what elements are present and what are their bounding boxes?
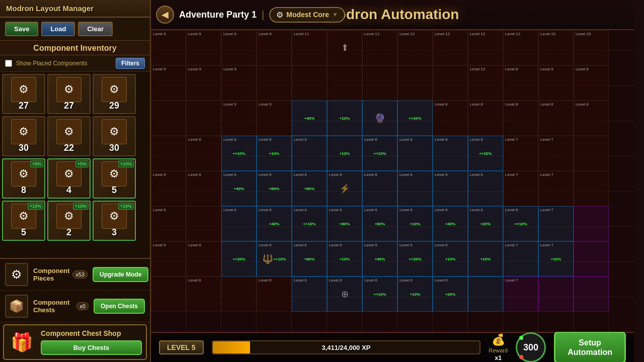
- grid-cell-2-9[interactable]: Level 8: [468, 101, 503, 136]
- inv-slot-10[interactable]: ⚙ +10% 2: [47, 201, 91, 241]
- grid-cell-7-5[interactable]: Level 6⊕: [327, 277, 362, 312]
- show-placed-checkbox[interactable]: [5, 60, 12, 67]
- grid-cell-1-6[interactable]: [362, 65, 397, 101]
- grid-cell-7-1[interactable]: Level 6: [186, 277, 221, 312]
- grid-cell-7-7[interactable]: Level 6+10%: [397, 277, 433, 312]
- grid-cell-5-11[interactable]: Level 7: [538, 206, 574, 241]
- inv-slot-0[interactable]: ⚙ 27: [2, 74, 45, 114]
- grid-cell-3-8[interactable]: Level 6: [433, 136, 468, 171]
- grid-cell-0-6[interactable]: Level 11: [362, 30, 397, 65]
- grid-cell-6-0[interactable]: Level 6: [151, 241, 186, 277]
- grid-cell-1-7[interactable]: [397, 65, 433, 101]
- grid-cell-0-3[interactable]: Level 9: [257, 30, 292, 65]
- grid-cell-3-9[interactable]: Level 6«+20%: [468, 136, 503, 171]
- grid-cell-5-8[interactable]: Level 6+40%: [433, 206, 468, 241]
- grid-cell-6-10[interactable]: Level 7: [503, 241, 538, 277]
- grid-cell-0-1[interactable]: Level 9: [186, 30, 221, 65]
- grid-cell-4-11[interactable]: Level 7: [538, 171, 574, 206]
- clear-button[interactable]: Clear: [78, 22, 113, 36]
- grid-cell-4-7[interactable]: Level 6: [397, 171, 433, 206]
- grid-cell-2-4[interactable]: +40%: [292, 101, 327, 136]
- grid-cell-7-3[interactable]: Level 6: [257, 277, 292, 312]
- upgrade-mode-button[interactable]: Upgrade Mode: [93, 267, 148, 282]
- grid-cell-7-9[interactable]: [468, 277, 503, 312]
- grid-cell-1-11[interactable]: Level 8: [538, 65, 574, 101]
- grid-cell-7-8[interactable]: Level 6+20%: [433, 277, 468, 312]
- grid-cell-6-3[interactable]: Level 6🔱«+10%: [257, 241, 292, 277]
- grid-cell-4-4[interactable]: Level 6+80%: [292, 171, 327, 206]
- grid-cell-2-2[interactable]: Level 9: [221, 101, 257, 136]
- grid-cell-1-5[interactable]: [327, 65, 362, 101]
- inv-slot-9[interactable]: ⚙ +10% 5: [2, 201, 45, 241]
- grid-cell-5-12[interactable]: [574, 206, 609, 241]
- grid-cell-0-12[interactable]: Level 15: [574, 30, 609, 65]
- grid-cell-5-10[interactable]: Level 6«+10%: [503, 206, 538, 241]
- grid-cell-6-8[interactable]: Level 6+10%: [433, 241, 468, 277]
- inv-slot-11[interactable]: ⚙ +10% 3: [93, 201, 136, 241]
- grid-cell-3-7[interactable]: Level 6: [397, 136, 433, 171]
- filters-button[interactable]: Filters: [116, 58, 145, 69]
- load-button[interactable]: Load: [41, 22, 75, 36]
- grid-cell-2-10[interactable]: Level 8: [503, 101, 538, 136]
- grid-cell-0-2[interactable]: Level 9: [221, 30, 257, 65]
- grid-cell-1-0[interactable]: Level 9: [151, 65, 186, 101]
- grid-cell-3-0[interactable]: [151, 136, 186, 171]
- grid-cell-7-0[interactable]: [151, 277, 186, 312]
- grid-cell-1-9[interactable]: Level 12: [468, 65, 503, 101]
- grid-cell-4-3[interactable]: Level 6+80%: [257, 171, 292, 206]
- grid-cell-3-6[interactable]: Level 6«+10%: [362, 136, 397, 171]
- grid-cell-2-11[interactable]: Level 8: [538, 101, 574, 136]
- grid-cell-7-11[interactable]: [538, 277, 574, 312]
- inv-slot-5[interactable]: ⚙ 30: [93, 116, 136, 156]
- grid-cell-1-3[interactable]: [257, 65, 292, 101]
- grid-cell-2-7[interactable]: «+20%: [397, 101, 433, 136]
- grid-cell-0-9[interactable]: Level 12: [468, 30, 503, 65]
- grid-cell-3-10[interactable]: Level 7: [503, 136, 538, 171]
- grid-cell-0-11[interactable]: Level 15: [538, 30, 574, 65]
- grid-cell-7-4[interactable]: Level 6: [292, 277, 327, 312]
- grid-cell-5-9[interactable]: Level 6+20%: [468, 206, 503, 241]
- grid-cell-1-1[interactable]: Level 9: [186, 65, 221, 101]
- grid-cell-0-5[interactable]: ⬆: [327, 30, 362, 65]
- grid-cell-6-4[interactable]: Level 6+80%: [292, 241, 327, 277]
- inv-slot-3[interactable]: ⚙ 30: [2, 116, 45, 156]
- grid-cell-2-3[interactable]: Level 9: [257, 101, 292, 136]
- grid-cell-0-0[interactable]: Level 9: [151, 30, 186, 65]
- grid-cell-0-4[interactable]: Level 11: [292, 30, 327, 65]
- grid-cell-4-0[interactable]: Level 6: [151, 171, 186, 206]
- inv-slot-8[interactable]: ⚙ +10% 5: [93, 158, 136, 199]
- grid-cell-7-12[interactable]: [574, 277, 609, 312]
- grid-cell-2-5[interactable]: +10%: [327, 101, 362, 136]
- grid-cell-1-10[interactable]: Level 8: [503, 65, 538, 101]
- grid-cell-5-6[interactable]: Level 6+80%: [362, 206, 397, 241]
- grid-cell-4-2[interactable]: Level 6+40%: [221, 171, 257, 206]
- grid-cell-6-12[interactable]: [574, 241, 609, 277]
- grid-cell-1-8[interactable]: [433, 65, 468, 101]
- grid-cell-5-7[interactable]: Level 6+10%: [397, 206, 433, 241]
- grid-cell-3-4[interactable]: Level 6: [292, 136, 327, 171]
- grid-cell-1-4[interactable]: [292, 65, 327, 101]
- inv-slot-6[interactable]: ⚙ +5% 8: [2, 158, 45, 199]
- grid-cell-4-6[interactable]: Level 6: [362, 171, 397, 206]
- grid-cell-4-5[interactable]: Level 6⚡: [327, 171, 362, 206]
- grid-cell-6-2[interactable]: «+20%: [221, 241, 257, 277]
- inv-slot-2[interactable]: ⚙ 29: [93, 74, 136, 114]
- grid-cell-4-8[interactable]: Level 6: [433, 171, 468, 206]
- game-grid[interactable]: Level 9Level 9Level 9Level 9Level 11⬆Lev…: [151, 30, 634, 332]
- grid-cell-2-0[interactable]: [151, 101, 186, 136]
- grid-cell-0-10[interactable]: Level 12: [503, 30, 538, 65]
- grid-cell-5-5[interactable]: Level 6+80%: [327, 206, 362, 241]
- grid-cell-5-1[interactable]: [186, 206, 221, 241]
- setup-automation-button[interactable]: SetupAutomation: [554, 331, 626, 362]
- grid-cell-2-12[interactable]: Level 8: [574, 101, 609, 136]
- grid-cell-6-9[interactable]: +10%: [468, 241, 503, 277]
- grid-cell-7-6[interactable]: Level 6«+10%: [362, 277, 397, 312]
- grid-cell-7-2[interactable]: [221, 277, 257, 312]
- grid-cell-4-10[interactable]: Level 7: [503, 171, 538, 206]
- grid-cell-3-1[interactable]: Level 6: [186, 136, 221, 171]
- grid-cell-3-12[interactable]: [574, 136, 609, 171]
- inv-slot-7[interactable]: ⚙ +5% 4: [47, 158, 91, 199]
- grid-cell-5-0[interactable]: Level 6: [151, 206, 186, 241]
- nav-back-button[interactable]: ◀: [156, 6, 174, 24]
- grid-cell-4-1[interactable]: Level 6: [186, 171, 221, 206]
